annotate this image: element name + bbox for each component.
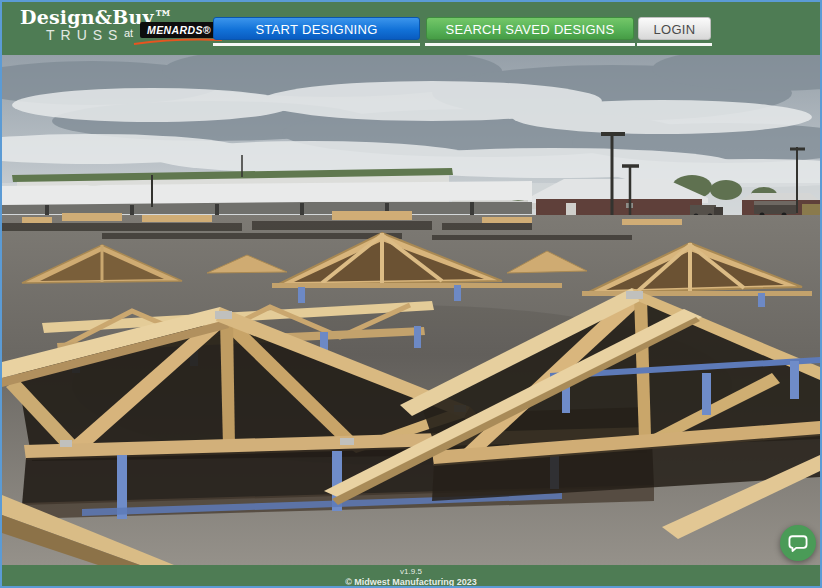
start-button-underline <box>213 43 420 46</box>
copyright-label: © Midwest Manufacturing 2023 <box>2 577 820 587</box>
page: Design&Buy™ TRUSS at MENARDS® START DESI… <box>0 0 822 588</box>
footer: v1.9.5 © Midwest Manufacturing 2023 <box>2 565 820 586</box>
chat-bubble-icon <box>787 533 809 553</box>
login-button-underline <box>637 43 712 46</box>
start-designing-button[interactable]: START DESIGNING <box>213 17 420 40</box>
search-saved-designs-button[interactable]: SEARCH SAVED DESIGNS <box>426 17 634 40</box>
chat-launcher-button[interactable] <box>780 525 816 561</box>
login-button[interactable]: LOGIN <box>638 17 711 40</box>
menards-swoosh-icon <box>132 37 224 46</box>
header: Design&Buy™ TRUSS at MENARDS® START DESI… <box>2 2 820 55</box>
truss-yard-photo <box>2 55 820 565</box>
version-label: v1.9.5 <box>2 567 820 577</box>
menards-logo: MENARDS® <box>140 22 218 38</box>
search-button-underline <box>425 43 635 46</box>
